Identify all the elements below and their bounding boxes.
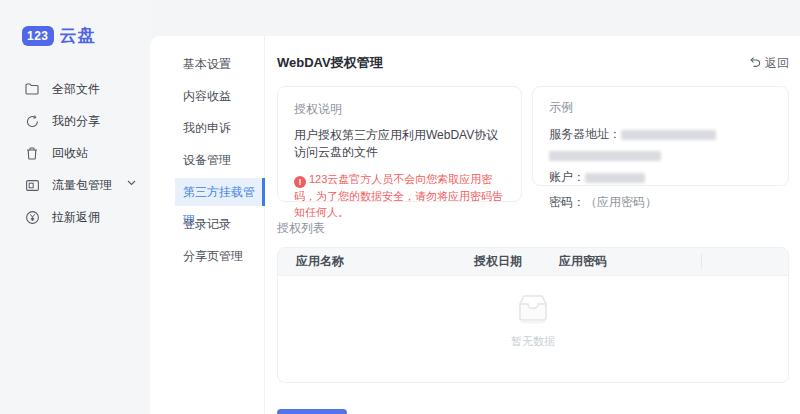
column-app-password: 应用密码 <box>541 253 788 270</box>
empty-state: 暂无数据 <box>278 292 788 349</box>
sidebar-item-label: 我的分享 <box>52 113 100 130</box>
content-area: WebDAV授权管理 返回 授权说明 用户授权第三方应用利用WebDAV协议访问… <box>265 36 800 414</box>
example-card: 示例 服务器地址： 账户： 密码： （应用密码） <box>532 86 789 186</box>
logo-text: 云盘 <box>60 24 96 47</box>
data-package-icon <box>25 178 39 192</box>
chevron-down-icon <box>127 180 136 186</box>
example-title: 示例 <box>549 99 772 116</box>
settings-panel: 基本设置 内容收益 我的申诉 设备管理 第三方挂载管理 登录记录 分享页管理 W… <box>150 36 800 414</box>
page-title: WebDAV授权管理 <box>277 54 383 72</box>
menu-item-device-management[interactable]: 设备管理 <box>175 146 265 174</box>
logo-123-icon: 123 <box>22 26 54 46</box>
sidebar-item-label: 拉新返佣 <box>52 209 100 226</box>
back-label: 返回 <box>765 55 789 72</box>
sidebar-item-label: 回收站 <box>52 145 88 162</box>
trash-icon <box>25 146 39 160</box>
password-hint: （应用密码） <box>585 194 657 211</box>
table-header-row: 应用名称 授权日期 应用密码 <box>278 248 788 276</box>
menu-item-content-revenue[interactable]: 内容收益 <box>175 82 265 110</box>
warning-icon: ! <box>294 176 306 188</box>
commission-icon <box>25 210 39 224</box>
menu-item-third-party-mount[interactable]: 第三方挂载管理 <box>175 178 265 206</box>
sidebar-nav: 全部文件 我的分享 回收站 流量包管理 拉 <box>0 73 150 233</box>
password-label: 密码： <box>549 194 585 211</box>
auth-note-warning: !123云盘官方人员不会向您索取应用密码，为了您的数据安全，请勿将应用密码告知任… <box>294 171 505 220</box>
sidebar-item-label: 全部文件 <box>52 81 100 98</box>
app-logo[interactable]: 123 云盘 <box>22 24 150 47</box>
back-button[interactable]: 返回 <box>748 55 789 72</box>
server-address-label: 服务器地址： <box>549 126 621 143</box>
add-app-button[interactable]: 添加应用 <box>277 409 347 414</box>
settings-menu: 基本设置 内容收益 我的申诉 设备管理 第三方挂载管理 登录记录 分享页管理 <box>150 36 265 414</box>
menu-item-login-records[interactable]: 登录记录 <box>175 210 265 238</box>
account-redacted <box>585 173 645 183</box>
account-label: 账户： <box>549 169 585 186</box>
auth-list-table: 应用名称 授权日期 应用密码 暂无数据 <box>277 247 789 383</box>
folder-icon <box>25 82 39 96</box>
server-address-redacted <box>621 130 716 140</box>
column-auth-date: 授权日期 <box>456 253 541 270</box>
back-arrow-icon <box>748 56 761 71</box>
sidebar-item-my-shares[interactable]: 我的分享 <box>0 105 150 137</box>
column-divider <box>701 254 702 269</box>
empty-box-icon <box>512 292 554 324</box>
sidebar-item-label: 流量包管理 <box>52 177 112 194</box>
sidebar: 123 云盘 全部文件 我的分享 回收站 流量包管理 <box>0 0 150 414</box>
sidebar-item-recycle-bin[interactable]: 回收站 <box>0 137 150 169</box>
column-app-name: 应用名称 <box>278 253 456 270</box>
auth-note-card: 授权说明 用户授权第三方应用利用WebDAV协议访问云盘的文件 !123云盘官方… <box>277 86 522 202</box>
auth-note-title: 授权说明 <box>294 101 505 118</box>
auth-list-title: 授权列表 <box>277 220 789 237</box>
sidebar-item-all-files[interactable]: 全部文件 <box>0 73 150 105</box>
sidebar-item-referral[interactable]: 拉新返佣 <box>0 201 150 233</box>
menu-item-basic-settings[interactable]: 基本设置 <box>175 50 265 78</box>
menu-item-my-appeals[interactable]: 我的申诉 <box>175 114 265 142</box>
server-address-redacted-2 <box>549 151 661 161</box>
auth-note-description: 用户授权第三方应用利用WebDAV协议访问云盘的文件 <box>294 127 505 161</box>
sidebar-item-data-package[interactable]: 流量包管理 <box>0 169 150 201</box>
share-icon <box>25 114 39 128</box>
empty-text: 暂无数据 <box>278 334 788 349</box>
menu-item-share-page[interactable]: 分享页管理 <box>175 242 265 270</box>
